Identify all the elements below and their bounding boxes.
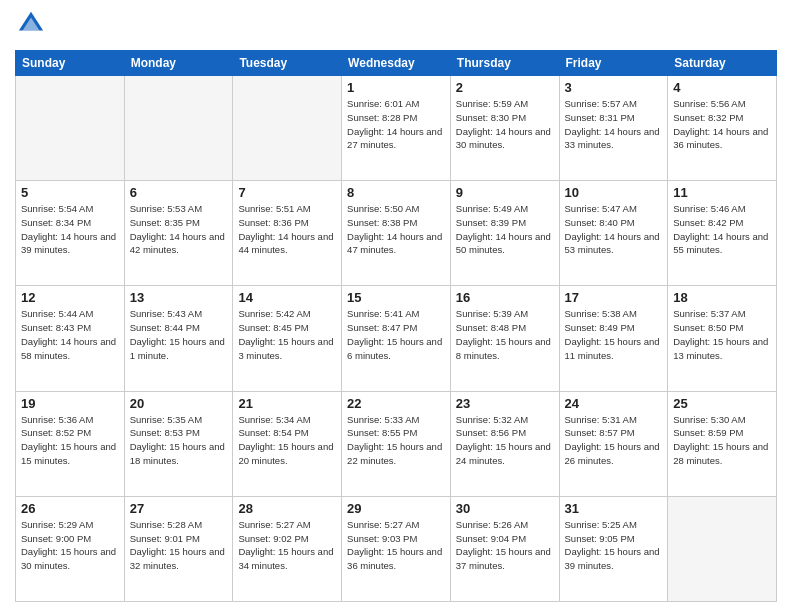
- day-number: 12: [21, 290, 119, 305]
- day-number: 27: [130, 501, 228, 516]
- calendar-cell: 16Sunrise: 5:39 AM Sunset: 8:48 PM Dayli…: [450, 286, 559, 391]
- calendar-cell: [16, 76, 125, 181]
- calendar-cell: 23Sunrise: 5:32 AM Sunset: 8:56 PM Dayli…: [450, 391, 559, 496]
- calendar-body: 1Sunrise: 6:01 AM Sunset: 8:28 PM Daylig…: [16, 76, 777, 602]
- day-info: Sunrise: 5:43 AM Sunset: 8:44 PM Dayligh…: [130, 307, 228, 362]
- logo: [15, 10, 45, 42]
- calendar-table: SundayMondayTuesdayWednesdayThursdayFrid…: [15, 50, 777, 602]
- day-header-tuesday: Tuesday: [233, 51, 342, 76]
- day-info: Sunrise: 5:32 AM Sunset: 8:56 PM Dayligh…: [456, 413, 554, 468]
- day-header-friday: Friday: [559, 51, 668, 76]
- day-info: Sunrise: 6:01 AM Sunset: 8:28 PM Dayligh…: [347, 97, 445, 152]
- header-row: SundayMondayTuesdayWednesdayThursdayFrid…: [16, 51, 777, 76]
- day-number: 11: [673, 185, 771, 200]
- calendar-cell: 15Sunrise: 5:41 AM Sunset: 8:47 PM Dayli…: [342, 286, 451, 391]
- calendar-cell: 12Sunrise: 5:44 AM Sunset: 8:43 PM Dayli…: [16, 286, 125, 391]
- day-number: 19: [21, 396, 119, 411]
- day-info: Sunrise: 5:59 AM Sunset: 8:30 PM Dayligh…: [456, 97, 554, 152]
- calendar-cell: 5Sunrise: 5:54 AM Sunset: 8:34 PM Daylig…: [16, 181, 125, 286]
- day-info: Sunrise: 5:29 AM Sunset: 9:00 PM Dayligh…: [21, 518, 119, 573]
- day-header-thursday: Thursday: [450, 51, 559, 76]
- calendar-cell: 20Sunrise: 5:35 AM Sunset: 8:53 PM Dayli…: [124, 391, 233, 496]
- day-number: 13: [130, 290, 228, 305]
- day-number: 22: [347, 396, 445, 411]
- header: [15, 10, 777, 42]
- calendar-cell: 29Sunrise: 5:27 AM Sunset: 9:03 PM Dayli…: [342, 496, 451, 601]
- day-info: Sunrise: 5:53 AM Sunset: 8:35 PM Dayligh…: [130, 202, 228, 257]
- calendar-cell: 2Sunrise: 5:59 AM Sunset: 8:30 PM Daylig…: [450, 76, 559, 181]
- day-number: 14: [238, 290, 336, 305]
- day-info: Sunrise: 5:39 AM Sunset: 8:48 PM Dayligh…: [456, 307, 554, 362]
- day-number: 31: [565, 501, 663, 516]
- logo-icon: [17, 10, 45, 38]
- calendar-cell: 6Sunrise: 5:53 AM Sunset: 8:35 PM Daylig…: [124, 181, 233, 286]
- day-info: Sunrise: 5:41 AM Sunset: 8:47 PM Dayligh…: [347, 307, 445, 362]
- day-header-wednesday: Wednesday: [342, 51, 451, 76]
- calendar-cell: 31Sunrise: 5:25 AM Sunset: 9:05 PM Dayli…: [559, 496, 668, 601]
- calendar-cell: [668, 496, 777, 601]
- day-info: Sunrise: 5:26 AM Sunset: 9:04 PM Dayligh…: [456, 518, 554, 573]
- day-number: 3: [565, 80, 663, 95]
- day-info: Sunrise: 5:25 AM Sunset: 9:05 PM Dayligh…: [565, 518, 663, 573]
- day-info: Sunrise: 5:35 AM Sunset: 8:53 PM Dayligh…: [130, 413, 228, 468]
- week-row-0: 1Sunrise: 6:01 AM Sunset: 8:28 PM Daylig…: [16, 76, 777, 181]
- calendar-cell: 24Sunrise: 5:31 AM Sunset: 8:57 PM Dayli…: [559, 391, 668, 496]
- calendar-cell: 4Sunrise: 5:56 AM Sunset: 8:32 PM Daylig…: [668, 76, 777, 181]
- day-number: 16: [456, 290, 554, 305]
- day-info: Sunrise: 5:51 AM Sunset: 8:36 PM Dayligh…: [238, 202, 336, 257]
- day-info: Sunrise: 5:30 AM Sunset: 8:59 PM Dayligh…: [673, 413, 771, 468]
- calendar-cell: 17Sunrise: 5:38 AM Sunset: 8:49 PM Dayli…: [559, 286, 668, 391]
- day-number: 23: [456, 396, 554, 411]
- day-info: Sunrise: 5:28 AM Sunset: 9:01 PM Dayligh…: [130, 518, 228, 573]
- calendar-cell: 18Sunrise: 5:37 AM Sunset: 8:50 PM Dayli…: [668, 286, 777, 391]
- calendar-cell: [233, 76, 342, 181]
- calendar-cell: 7Sunrise: 5:51 AM Sunset: 8:36 PM Daylig…: [233, 181, 342, 286]
- day-info: Sunrise: 5:27 AM Sunset: 9:03 PM Dayligh…: [347, 518, 445, 573]
- day-number: 25: [673, 396, 771, 411]
- calendar-cell: 22Sunrise: 5:33 AM Sunset: 8:55 PM Dayli…: [342, 391, 451, 496]
- calendar-cell: 8Sunrise: 5:50 AM Sunset: 8:38 PM Daylig…: [342, 181, 451, 286]
- day-number: 5: [21, 185, 119, 200]
- day-number: 26: [21, 501, 119, 516]
- day-info: Sunrise: 5:42 AM Sunset: 8:45 PM Dayligh…: [238, 307, 336, 362]
- day-number: 28: [238, 501, 336, 516]
- day-header-saturday: Saturday: [668, 51, 777, 76]
- week-row-1: 5Sunrise: 5:54 AM Sunset: 8:34 PM Daylig…: [16, 181, 777, 286]
- day-number: 18: [673, 290, 771, 305]
- calendar-cell: 1Sunrise: 6:01 AM Sunset: 8:28 PM Daylig…: [342, 76, 451, 181]
- calendar-cell: [124, 76, 233, 181]
- day-number: 20: [130, 396, 228, 411]
- week-row-4: 26Sunrise: 5:29 AM Sunset: 9:00 PM Dayli…: [16, 496, 777, 601]
- day-info: Sunrise: 5:50 AM Sunset: 8:38 PM Dayligh…: [347, 202, 445, 257]
- day-info: Sunrise: 5:34 AM Sunset: 8:54 PM Dayligh…: [238, 413, 336, 468]
- calendar-cell: 9Sunrise: 5:49 AM Sunset: 8:39 PM Daylig…: [450, 181, 559, 286]
- day-number: 29: [347, 501, 445, 516]
- day-info: Sunrise: 5:38 AM Sunset: 8:49 PM Dayligh…: [565, 307, 663, 362]
- day-number: 30: [456, 501, 554, 516]
- day-number: 1: [347, 80, 445, 95]
- calendar-cell: 3Sunrise: 5:57 AM Sunset: 8:31 PM Daylig…: [559, 76, 668, 181]
- day-number: 15: [347, 290, 445, 305]
- day-info: Sunrise: 5:54 AM Sunset: 8:34 PM Dayligh…: [21, 202, 119, 257]
- day-number: 8: [347, 185, 445, 200]
- day-info: Sunrise: 5:31 AM Sunset: 8:57 PM Dayligh…: [565, 413, 663, 468]
- day-info: Sunrise: 5:56 AM Sunset: 8:32 PM Dayligh…: [673, 97, 771, 152]
- calendar-cell: 19Sunrise: 5:36 AM Sunset: 8:52 PM Dayli…: [16, 391, 125, 496]
- calendar-cell: 26Sunrise: 5:29 AM Sunset: 9:00 PM Dayli…: [16, 496, 125, 601]
- calendar-cell: 10Sunrise: 5:47 AM Sunset: 8:40 PM Dayli…: [559, 181, 668, 286]
- day-info: Sunrise: 5:37 AM Sunset: 8:50 PM Dayligh…: [673, 307, 771, 362]
- calendar-cell: 21Sunrise: 5:34 AM Sunset: 8:54 PM Dayli…: [233, 391, 342, 496]
- calendar-cell: 14Sunrise: 5:42 AM Sunset: 8:45 PM Dayli…: [233, 286, 342, 391]
- day-info: Sunrise: 5:49 AM Sunset: 8:39 PM Dayligh…: [456, 202, 554, 257]
- day-info: Sunrise: 5:44 AM Sunset: 8:43 PM Dayligh…: [21, 307, 119, 362]
- day-info: Sunrise: 5:47 AM Sunset: 8:40 PM Dayligh…: [565, 202, 663, 257]
- day-header-sunday: Sunday: [16, 51, 125, 76]
- page: SundayMondayTuesdayWednesdayThursdayFrid…: [0, 0, 792, 612]
- calendar-cell: 11Sunrise: 5:46 AM Sunset: 8:42 PM Dayli…: [668, 181, 777, 286]
- calendar-cell: 30Sunrise: 5:26 AM Sunset: 9:04 PM Dayli…: [450, 496, 559, 601]
- day-info: Sunrise: 5:27 AM Sunset: 9:02 PM Dayligh…: [238, 518, 336, 573]
- calendar-cell: 27Sunrise: 5:28 AM Sunset: 9:01 PM Dayli…: [124, 496, 233, 601]
- calendar-cell: 28Sunrise: 5:27 AM Sunset: 9:02 PM Dayli…: [233, 496, 342, 601]
- day-number: 2: [456, 80, 554, 95]
- day-number: 6: [130, 185, 228, 200]
